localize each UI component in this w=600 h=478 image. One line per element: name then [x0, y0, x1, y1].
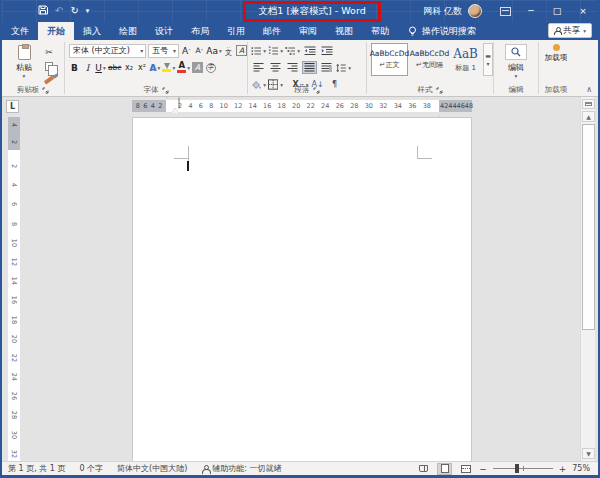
ribbon-display-options-icon[interactable]: [492, 0, 518, 22]
ruler-toggle-icon[interactable]: [582, 99, 595, 109]
align-justify-icon[interactable]: [302, 61, 317, 74]
zoom-in-button[interactable]: +: [559, 464, 567, 474]
bold-icon[interactable]: B: [69, 61, 80, 74]
addins-button-label[interactable]: 加载项: [543, 53, 569, 62]
find-button[interactable]: [505, 44, 527, 60]
styles-more-button[interactable]: ▬▾: [483, 43, 493, 76]
italic-icon[interactable]: I: [82, 61, 93, 74]
superscript-icon[interactable]: x²: [136, 61, 147, 74]
hanging-indent-marker[interactable]: [171, 98, 179, 113]
tab-design[interactable]: 设计: [146, 22, 182, 40]
vertical-ruler[interactable]: 42 2468101214161820222426283032: [8, 117, 20, 462]
redo-icon[interactable]: ↻: [70, 6, 78, 16]
horizontal-ruler[interactable]: 8642 2468101214161820222426283032343638 …: [132, 100, 472, 112]
tab-review[interactable]: 审阅: [290, 22, 326, 40]
zoom-out-button[interactable]: −: [479, 464, 487, 474]
tab-help[interactable]: 帮助: [362, 22, 398, 40]
ruler-number: 20: [10, 335, 18, 343]
tab-file[interactable]: 文件: [2, 22, 38, 40]
grow-font-icon[interactable]: A˄: [181, 44, 192, 57]
addin-icon[interactable]: [553, 44, 560, 51]
collapse-ribbon-icon[interactable]: ∧: [586, 85, 592, 94]
save-icon[interactable]: [38, 5, 48, 17]
minimize-button[interactable]: ─: [518, 0, 544, 22]
paragraph-dialog-launcher-icon[interactable]: [313, 87, 320, 94]
print-layout-icon[interactable]: [437, 463, 452, 475]
tab-insert[interactable]: 插入: [74, 22, 110, 40]
ruler-number: 10: [10, 239, 18, 247]
line-spacing-icon[interactable]: ▾: [336, 61, 351, 74]
page-indicator[interactable]: 第 1 页, 共 1 页: [8, 463, 65, 474]
zoom-slider-thumb[interactable]: [515, 464, 519, 473]
document-title: 文档1 [兼容模式] - Word: [258, 5, 365, 16]
tab-home[interactable]: 开始: [38, 22, 74, 40]
align-right-icon[interactable]: [285, 61, 300, 74]
scroll-up-icon[interactable]: ▲: [582, 111, 595, 122]
bullets-icon[interactable]: ▾: [251, 44, 266, 57]
ruler-number: 14: [249, 102, 257, 110]
web-layout-icon[interactable]: [458, 463, 473, 475]
cut-icon[interactable]: ✂: [42, 46, 56, 58]
scroll-down-icon[interactable]: ▼: [582, 448, 595, 459]
style-normal[interactable]: AaBbCcDd ↵正文: [371, 43, 408, 76]
scrollbar-thumb[interactable]: [582, 124, 595, 330]
avatar[interactable]: [468, 4, 482, 18]
tab-mailings[interactable]: 邮件: [254, 22, 290, 40]
font-size-combo[interactable]: 五号▾: [148, 44, 179, 58]
underline-icon[interactable]: U▾: [95, 61, 106, 74]
character-shading-icon[interactable]: A: [192, 61, 203, 74]
enclose-characters-icon[interactable]: 字: [205, 61, 216, 74]
change-case-icon[interactable]: Aa▾: [207, 44, 221, 57]
tab-layout[interactable]: 布局: [182, 22, 218, 40]
qat-customize-icon[interactable]: ▾: [86, 6, 90, 16]
user-name[interactable]: 网科 亿数: [423, 5, 462, 18]
align-left-icon[interactable]: [251, 61, 266, 74]
ruler-number: 14: [10, 277, 18, 285]
multilevel-list-icon[interactable]: ▾: [285, 44, 300, 57]
undo-icon[interactable]: ↶: [55, 6, 63, 16]
subscript-icon[interactable]: x₂: [123, 61, 134, 74]
text-highlight-icon[interactable]: ▾: [162, 61, 175, 74]
vertical-scrollbar[interactable]: ▲ ▼: [580, 97, 595, 462]
tab-stop-selector[interactable]: L: [6, 100, 19, 113]
clipboard-dialog-launcher-icon[interactable]: [42, 87, 49, 94]
tab-draw[interactable]: 绘图: [110, 22, 146, 40]
font-color-icon[interactable]: A▾: [177, 61, 190, 74]
text-effects-icon[interactable]: A▾: [149, 61, 160, 74]
close-button[interactable]: ×: [570, 0, 596, 22]
distribute-icon[interactable]: [319, 61, 334, 74]
style-heading1[interactable]: AaB 标题 1: [451, 43, 480, 76]
styles-dialog-launcher-icon[interactable]: [436, 87, 443, 94]
numbering-icon[interactable]: ▾: [268, 44, 283, 57]
decrease-indent-icon[interactable]: [302, 44, 317, 57]
font-dialog-launcher-icon[interactable]: [162, 87, 169, 94]
shrink-font-icon[interactable]: A˅: [194, 44, 205, 57]
accessibility-status[interactable]: 辅助功能: 一切就绪: [201, 463, 281, 474]
right-indent-marker[interactable]: [435, 106, 443, 116]
read-mode-icon[interactable]: [416, 463, 431, 475]
ruler-number: 30: [10, 430, 18, 438]
copy-icon[interactable]: [42, 60, 56, 72]
strikethrough-icon[interactable]: abc: [108, 61, 121, 74]
tab-references[interactable]: 引用: [218, 22, 254, 40]
font-name-combo[interactable]: 宋体 (中文正文)▾: [69, 44, 146, 58]
word-count[interactable]: 0 个字: [79, 463, 103, 474]
style-no-spacing[interactable]: AaBbCcDd ↵无间隔: [411, 43, 448, 76]
first-line-indent-marker[interactable]: [163, 97, 171, 108]
tab-view[interactable]: 视图: [326, 22, 362, 40]
increase-indent-icon[interactable]: [319, 44, 334, 57]
language-indicator[interactable]: 简体中文(中国大陆): [117, 463, 187, 474]
align-center-icon[interactable]: [268, 61, 283, 74]
ruler-number: 24: [321, 102, 329, 110]
character-border-icon[interactable]: A: [236, 44, 247, 57]
tell-me-search[interactable]: 操作说明搜索: [408, 22, 476, 40]
maximize-button[interactable]: □: [544, 0, 570, 22]
share-button[interactable]: 共享 ▾: [548, 23, 592, 38]
editing-button-label[interactable]: 编辑: [508, 62, 524, 73]
phonetic-guide-icon[interactable]: ˊˋ文: [223, 44, 234, 57]
zoom-slider[interactable]: [493, 468, 553, 469]
document-page[interactable]: [132, 117, 472, 462]
zoom-level[interactable]: 75%: [572, 464, 590, 473]
titlebar-right: 网科 亿数 ─ □ ×: [423, 0, 596, 22]
indent-markers[interactable]: [163, 98, 171, 114]
